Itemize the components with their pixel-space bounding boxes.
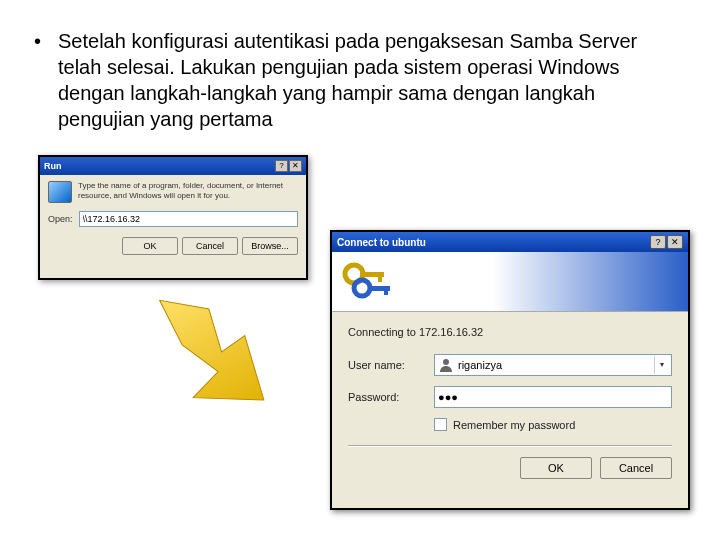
remember-label: Remember my password (453, 419, 575, 431)
svg-rect-3 (378, 272, 382, 282)
svg-point-4 (354, 280, 370, 296)
password-label: Password: (348, 391, 426, 403)
help-icon[interactable]: ? (275, 160, 288, 172)
connecting-text: Connecting to 172.16.16.32 (348, 326, 672, 338)
run-description: Type the name of a program, folder, docu… (78, 181, 298, 200)
username-label: User name: (348, 359, 426, 371)
remember-checkbox[interactable] (434, 418, 447, 431)
close-icon[interactable]: ✕ (667, 235, 683, 249)
connect-banner (332, 252, 688, 312)
keys-icon (340, 258, 396, 306)
username-dropdown-icon[interactable]: ▾ (654, 356, 668, 374)
svg-rect-6 (384, 286, 388, 295)
connect-dialog: Connect to ubuntu ? ✕ Connecting to 172.… (330, 230, 690, 510)
user-icon (438, 357, 454, 373)
open-label: Open: (48, 214, 73, 224)
arrow-icon (140, 300, 290, 420)
run-dialog: Run ? ✕ Type the name of a program, fold… (38, 155, 308, 280)
run-app-icon (48, 181, 72, 203)
svg-point-7 (443, 359, 449, 365)
close-icon[interactable]: ✕ (289, 160, 302, 172)
connect-ok-button[interactable]: OK (520, 457, 592, 479)
connect-title: Connect to ubuntu (337, 237, 426, 248)
run-ok-button[interactable]: OK (122, 237, 178, 255)
password-input[interactable] (438, 391, 668, 403)
run-titlebar: Run ? ✕ (40, 157, 306, 175)
open-input[interactable] (79, 211, 298, 227)
username-input[interactable] (458, 359, 654, 371)
help-icon[interactable]: ? (650, 235, 666, 249)
run-cancel-button[interactable]: Cancel (182, 237, 238, 255)
connect-titlebar: Connect to ubuntu ? ✕ (332, 232, 688, 252)
run-title: Run (44, 161, 62, 171)
svg-marker-0 (144, 300, 278, 409)
bullet-text: Setelah konfigurasi autentikasi pada pen… (58, 28, 680, 132)
separator (348, 445, 672, 447)
run-browse-button[interactable]: Browse... (242, 237, 298, 255)
connect-cancel-button[interactable]: Cancel (600, 457, 672, 479)
